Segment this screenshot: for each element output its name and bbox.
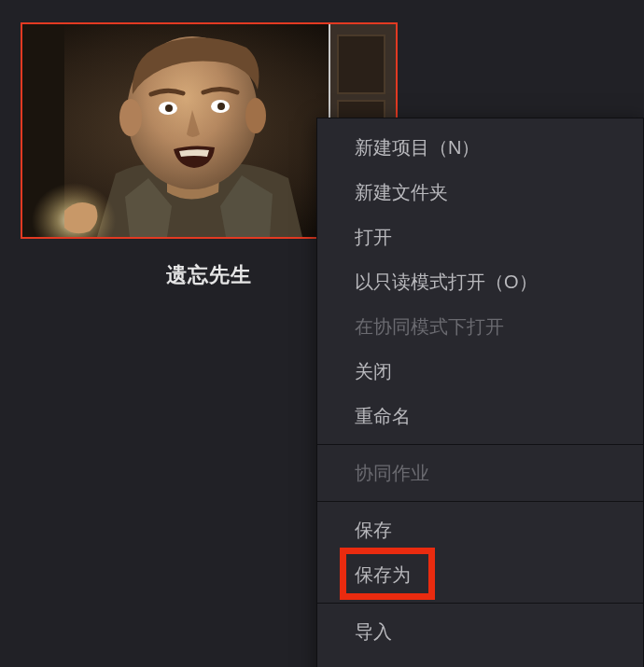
menu-separator [317, 444, 643, 445]
menu-item-save[interactable]: 保存 [317, 507, 643, 552]
menu-separator [317, 603, 643, 604]
menu-separator [317, 501, 643, 502]
menu-item-export[interactable]: 导出 [317, 654, 643, 667]
menu-item-rename[interactable]: 重命名 [317, 394, 643, 438]
menu-item-close[interactable]: 关闭 [317, 349, 643, 394]
context-menu: 新建项目（N） 新建文件夹 打开 以只读模式打开（O） 在协同模式下打开 关闭 … [316, 118, 644, 667]
menu-item-import[interactable]: 导入 [317, 609, 643, 654]
menu-item-open[interactable]: 打开 [317, 215, 643, 259]
menu-item-open-collab: 在协同模式下打开 [317, 304, 643, 349]
menu-item-collab: 协同作业 [317, 451, 643, 495]
svg-point-11 [217, 103, 225, 110]
svg-point-7 [245, 98, 266, 133]
menu-item-open-readonly[interactable]: 以只读模式打开（O） [317, 259, 643, 304]
menu-item-save-as[interactable]: 保存为 [317, 552, 643, 597]
menu-item-new-folder[interactable]: 新建文件夹 [317, 170, 643, 215]
svg-point-9 [165, 104, 173, 112]
svg-point-6 [119, 99, 142, 136]
svg-rect-3 [338, 35, 385, 93]
menu-item-new-project[interactable]: 新建项目（N） [317, 118, 643, 170]
